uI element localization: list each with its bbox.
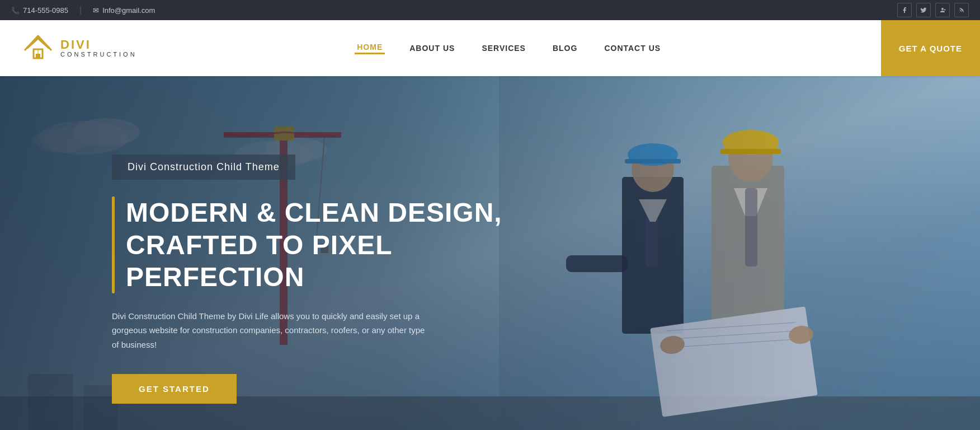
hero-title-line1: MODERN & CLEAN DESIGN,: [126, 198, 502, 227]
nav-home[interactable]: HOME: [355, 43, 385, 54]
nav-about[interactable]: ABOUT US: [407, 44, 457, 53]
get-started-button[interactable]: GET STARTED: [112, 374, 237, 404]
get-quote-button[interactable]: GET A QUOTE: [881, 20, 980, 76]
nav-blog[interactable]: BLOG: [550, 44, 579, 53]
svg-point-0: [959, 12, 960, 12]
email-icon: [93, 6, 99, 15]
top-bar-contact-info: 714-555-0985 | Info@gmail.com: [11, 5, 155, 15]
main-nav: HOME ABOUT US SERVICES BLOG CONTACT US: [355, 43, 663, 54]
phone-number: 714-555-0985: [23, 6, 68, 15]
hero-title-wrapper: MODERN & CLEAN DESIGN, CRAFTED TO PIXEL …: [112, 197, 503, 293]
logo[interactable]: DIVI CONSTRUCTION: [22, 32, 137, 64]
phone-icon: [11, 6, 20, 15]
facebook-icon[interactable]: [897, 3, 912, 17]
hero-subtitle: Divi Construction Child Theme: [128, 161, 280, 172]
hero-subtitle-box: Divi Construction Child Theme: [112, 155, 295, 180]
logo-icon: [22, 32, 54, 64]
hero-description: Divi Construction Child Theme by Divi Li…: [112, 309, 425, 352]
email-address: Info@gmail.com: [102, 6, 155, 15]
hero-section: Divi Construction Child Theme MODERN & C…: [0, 76, 980, 430]
hero-title: MODERN & CLEAN DESIGN, CRAFTED TO PIXEL …: [126, 197, 503, 293]
logo-brand: DIVI: [60, 39, 137, 51]
phone-contact: 714-555-0985: [11, 6, 68, 15]
twitter-icon[interactable]: [916, 3, 931, 17]
top-bar: 714-555-0985 | Info@gmail.com: [0, 0, 980, 20]
hero-content: Divi Construction Child Theme MODERN & C…: [0, 76, 503, 404]
divider: |: [79, 5, 82, 15]
logo-text: DIVI CONSTRUCTION: [60, 39, 137, 58]
hero-title-line2: CRAFTED TO PIXEL PERFECTION: [126, 230, 392, 292]
nav-contact[interactable]: CONTACT US: [602, 44, 663, 53]
hero-title-accent: [112, 197, 115, 293]
header: DIVI CONSTRUCTION HOME ABOUT US SERVICES…: [0, 20, 980, 76]
logo-tagline: CONSTRUCTION: [60, 51, 137, 58]
googleplus-icon[interactable]: [935, 3, 950, 17]
nav-services[interactable]: SERVICES: [479, 44, 528, 53]
email-contact: Info@gmail.com: [93, 6, 155, 15]
rss-icon[interactable]: [954, 3, 969, 17]
social-links: [897, 3, 969, 17]
